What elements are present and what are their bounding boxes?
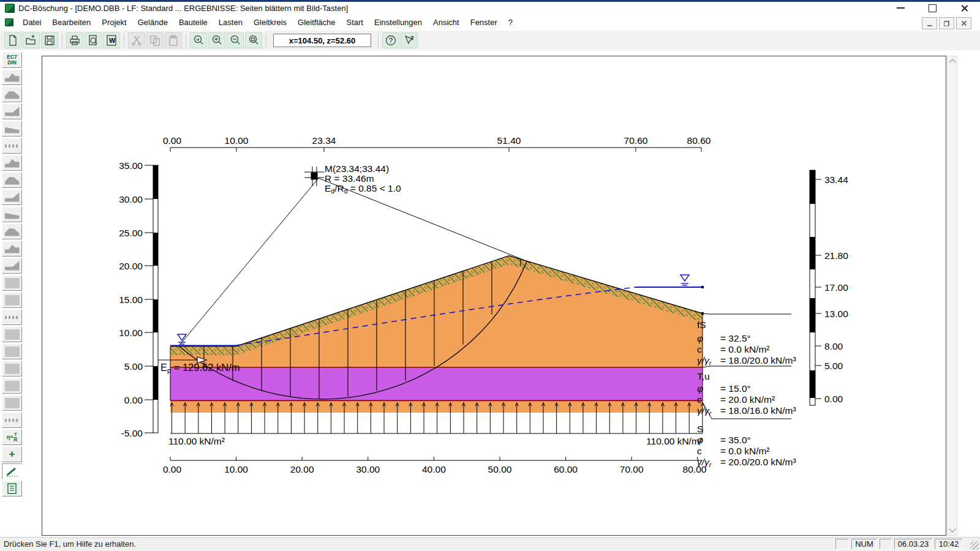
workspace: EC7DIN η=TR + bbox=[0, 50, 980, 537]
svg-text:?: ? bbox=[389, 37, 393, 44]
svg-text:8.00: 8.00 bbox=[824, 341, 843, 351]
svg-text:20.00: 20.00 bbox=[290, 464, 314, 474]
menu-gelaende[interactable]: Gelände bbox=[132, 15, 173, 29]
sidebar-terrain-button[interactable] bbox=[2, 69, 22, 85]
svg-text:10.00: 10.00 bbox=[119, 328, 143, 338]
maximize-button[interactable] bbox=[924, 2, 941, 13]
sidebar-edit-pen-button[interactable] bbox=[2, 463, 22, 479]
open-file-button[interactable] bbox=[23, 32, 40, 48]
sidebar-disabled-6 bbox=[2, 361, 22, 377]
vertical-scrollbar[interactable] bbox=[947, 56, 957, 536]
scroll-up-icon[interactable] bbox=[949, 59, 956, 66]
save-button[interactable] bbox=[41, 32, 58, 48]
close-button[interactable] bbox=[956, 2, 973, 13]
mdi-restore-button[interactable] bbox=[939, 17, 954, 29]
sidebar-report-button[interactable] bbox=[2, 481, 22, 497]
svg-text:35.00: 35.00 bbox=[119, 160, 143, 171]
sidebar-disabled-9 bbox=[2, 412, 22, 428]
document-icon[interactable] bbox=[5, 18, 13, 26]
sidebar-disabled-5 bbox=[2, 343, 22, 359]
sidebar-groundwater-button[interactable] bbox=[2, 206, 22, 222]
circle-radius-label: R = 33.46m bbox=[325, 173, 374, 184]
svg-text:φ: φ bbox=[697, 333, 703, 343]
zoom-out-button[interactable] bbox=[227, 32, 244, 48]
menu-bearbeiten[interactable]: Bearbeiten bbox=[47, 15, 96, 29]
svg-text:23.34: 23.34 bbox=[312, 135, 336, 146]
mdi-minimize-button[interactable] bbox=[922, 17, 937, 29]
menu-bauteile[interactable]: Bauteile bbox=[173, 15, 213, 29]
resize-grip[interactable] bbox=[970, 541, 979, 550]
sidebar-point-row-button[interactable] bbox=[2, 138, 22, 154]
sidebar-disabled-8 bbox=[2, 395, 22, 411]
right-scale-bar: 33.44 21.80 17.00 13.00 8.00 5.00 0.00 bbox=[810, 170, 848, 405]
sidebar-ec7-din-button[interactable]: EC7DIN bbox=[2, 52, 22, 68]
cut-button bbox=[128, 32, 145, 48]
svg-text:60.00: 60.00 bbox=[554, 464, 578, 474]
disabled-icon bbox=[5, 278, 20, 288]
soil-name: S bbox=[697, 424, 703, 434]
scroll-down-icon[interactable] bbox=[949, 525, 956, 532]
svg-text:c: c bbox=[697, 394, 702, 405]
disabled-icon bbox=[5, 398, 20, 408]
svg-text:33.44: 33.44 bbox=[824, 174, 848, 185]
sidebar-hill-button[interactable] bbox=[2, 155, 22, 171]
menu-gleitflaeche[interactable]: Gleitfläche bbox=[292, 15, 341, 29]
sidebar-foundation-button[interactable] bbox=[2, 223, 22, 239]
minimize-button[interactable] bbox=[892, 2, 909, 13]
zoom-in-button[interactable] bbox=[208, 32, 225, 48]
zoom-out-icon bbox=[229, 34, 241, 47]
menu-start[interactable]: Start bbox=[341, 15, 369, 29]
open-folder-icon bbox=[25, 34, 37, 47]
print-preview-button[interactable] bbox=[85, 32, 102, 48]
print-button[interactable] bbox=[66, 32, 83, 48]
disabled-icon bbox=[5, 381, 20, 391]
utilization-label: Ed/Rd = 0.85 < 1.0 bbox=[325, 183, 401, 195]
menu-fenster[interactable]: Fenster bbox=[465, 15, 503, 29]
sidebar-terrain-arrow-button[interactable] bbox=[2, 189, 22, 205]
disabled-icon bbox=[5, 347, 20, 357]
sidebar-embankment-button[interactable] bbox=[2, 86, 22, 102]
svg-text:17.00: 17.00 bbox=[824, 282, 848, 293]
sidebar-slope-edit-button[interactable] bbox=[2, 103, 22, 119]
disabled-icon bbox=[5, 364, 20, 374]
help-button[interactable]: ? bbox=[382, 32, 399, 48]
soil-legend: fS φ = 32.5° c = 0.0 kN/m² γ/γr = 18.0/2… bbox=[697, 313, 796, 468]
zoom-full-button[interactable] bbox=[245, 32, 262, 48]
word-export-button[interactable]: W bbox=[103, 32, 120, 48]
menu-datei[interactable]: Datei bbox=[17, 15, 47, 29]
menu-ansicht[interactable]: Ansicht bbox=[428, 15, 465, 29]
sidebar-disabled-2 bbox=[2, 292, 22, 308]
sidebar-disabled-1 bbox=[2, 275, 22, 291]
menu-projekt[interactable]: Projekt bbox=[96, 15, 132, 29]
sidebar-load-button[interactable] bbox=[2, 241, 22, 257]
save-icon bbox=[43, 34, 56, 47]
drawing-canvas[interactable]: 110.00 kN/m² 110.00 kN/m² bbox=[42, 56, 946, 536]
sidebar-utilization-button[interactable]: η=TR bbox=[2, 429, 22, 445]
svg-text:γ/γr: γ/γr bbox=[697, 355, 712, 367]
status-help-text: Drücken Sie F1, um Hilfe zu erhalten. bbox=[4, 539, 136, 549]
new-file-button[interactable] bbox=[4, 32, 21, 48]
zoom-window-icon bbox=[192, 34, 205, 47]
groundwater-icon bbox=[5, 210, 20, 219]
sidebar-add-button[interactable]: + bbox=[2, 446, 22, 462]
sidebar-pile-button[interactable] bbox=[2, 258, 22, 274]
menu-lasten[interactable]: Lasten bbox=[213, 15, 248, 29]
sidebar-berm-button[interactable] bbox=[2, 172, 22, 188]
menu-hilfe[interactable]: ? bbox=[503, 15, 518, 29]
svg-text:0.00: 0.00 bbox=[124, 395, 143, 405]
context-help-button[interactable]: ? bbox=[401, 32, 418, 48]
point-row-icon bbox=[5, 144, 20, 148]
disabled-icon bbox=[5, 329, 20, 340]
clay-layer bbox=[170, 367, 703, 400]
svg-text:51.40: 51.40 bbox=[497, 135, 521, 146]
eta-ratio-icon: η=TR bbox=[7, 432, 18, 443]
close-icon bbox=[960, 4, 968, 12]
mdi-close-button[interactable] bbox=[956, 17, 971, 29]
sidebar-layer-button[interactable] bbox=[2, 121, 22, 137]
disabled-icon bbox=[5, 295, 20, 305]
zoom-window-button[interactable] bbox=[190, 32, 207, 48]
menu-einstellungen[interactable]: Einstellungen bbox=[369, 15, 428, 29]
menu-gleitkreis[interactable]: Gleitkreis bbox=[248, 15, 292, 29]
sidebar-disabled-7 bbox=[2, 378, 22, 394]
layer-icon bbox=[5, 124, 20, 133]
